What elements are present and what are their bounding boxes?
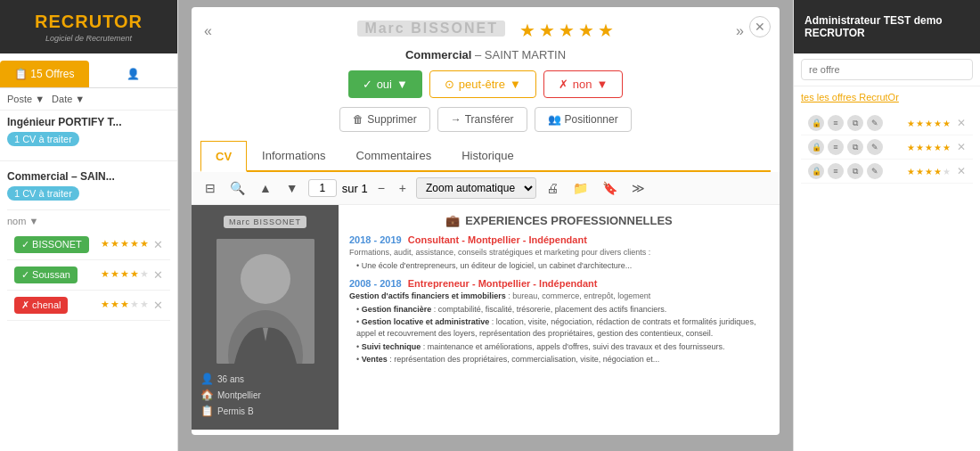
cv-exp-2-bullet-2: • Gestion locative et administrative : l… (356, 316, 769, 339)
page-number-input[interactable] (308, 179, 337, 197)
svg-point-1 (241, 254, 290, 304)
list-item: ✓ BISSONET ★★★★★ ✕ (7, 230, 170, 260)
candidate-section-1: Ingénieur PORTIFY T... 1 CV à traiter (0, 111, 177, 155)
badge-cv-2[interactable]: 1 CV à traiter (7, 186, 79, 201)
name-filter-label[interactable]: nom ▼ (7, 216, 170, 226)
modal-next-button[interactable]: » (736, 23, 744, 39)
transfer-icon: → (451, 113, 461, 126)
modal-close-button[interactable]: ✕ (749, 16, 771, 37)
logo-text: RECRUTOR (35, 12, 143, 32)
position-icon: 👥 (548, 113, 561, 126)
remove-chenal[interactable]: ✕ (153, 299, 163, 312)
lock-icon: 🔒 (808, 115, 824, 131)
cv-exp-1-bullet: • Une école d'entrepreneurs, un éditeur … (356, 260, 769, 272)
lock-icon: 🔒 (808, 163, 824, 179)
remove-offer-2[interactable]: ✕ (957, 141, 966, 153)
remove-offer-1[interactable]: ✕ (957, 117, 966, 129)
copy-icon: ⧉ (847, 139, 863, 155)
zoom-in-button[interactable]: + (395, 178, 411, 198)
cv-right-panel: 💼 EXPERIENCES PROFESSIONNELLES 2018 - 20… (339, 205, 780, 430)
list-icon: ≡ (828, 139, 844, 155)
edit-icon[interactable]: ✎ (867, 139, 883, 155)
non-button[interactable]: ✗ non ▼ (543, 70, 624, 98)
cv-exp-2-bullet-3: • Suivi technique : maintenance et améli… (356, 341, 769, 353)
section2-title: Commercial – SAIN... (7, 170, 170, 183)
zoom-select[interactable]: Zoom automatique 50% 75% 100% 125% 150% (416, 177, 536, 199)
filter-date[interactable]: Date ▼ (52, 94, 85, 104)
cv-exp-1: 2018 - 2019 Consultant - Montpellier - I… (349, 234, 769, 271)
edit-icon[interactable]: ✎ (867, 115, 883, 131)
transferer-button[interactable]: → Transférer (437, 107, 527, 132)
cv-toolbar: ⊟ 🔍 ▲ ▼ sur 1 − + Zoom automatique 50% 7… (192, 172, 780, 205)
offer-row: 🔒 ≡ ⧉ ✎ ★★★★★ ✕ (801, 160, 973, 184)
search-offer-input[interactable] (801, 59, 973, 80)
next-page-button[interactable]: ▼ (282, 178, 303, 198)
more-tools-button[interactable]: ≫ (627, 178, 649, 198)
toggle-sidebar-button[interactable]: ⊟ (200, 178, 220, 198)
tab-cv[interactable]: CV (200, 141, 247, 172)
right-header: Administrateur TEST demo RECRUTOR (794, 0, 980, 53)
tab-candidates[interactable]: 👤 (89, 61, 178, 87)
offer-stars-2: ★★★★★ (907, 143, 951, 152)
candidate-name-display: Marc BISSONET (357, 20, 505, 37)
all-offers-link[interactable]: tes les offres RecrutOr (794, 86, 980, 108)
offer-row: 🔒 ≡ ⧉ ✎ ★★★★★ ✕ (801, 111, 973, 135)
remove-offer-3[interactable]: ✕ (957, 165, 966, 177)
zoom-out-button[interactable]: − (373, 178, 389, 198)
cv-exp-2-year: 2008 - 2018 Entrepreneur - Montpellier -… (349, 278, 769, 289)
maybe-icon: ⊙ (445, 78, 454, 91)
logo-subtitle: Logiciel de Recrutement (35, 34, 143, 43)
remove-bissonet[interactable]: ✕ (153, 238, 163, 251)
tab-historique[interactable]: Historique (446, 141, 529, 170)
zoom-in-tool[interactable]: 🔍 (225, 178, 249, 198)
left-sidebar: RECRUTOR Logiciel de Recrutement 📋 15 Of… (0, 0, 178, 451)
candidate-section-2: Commercial – SAIN... 1 CV à traiter nom … (0, 167, 177, 324)
candidate-chenal[interactable]: ✗ chenal (14, 297, 68, 314)
offer-stars-3: ★★★★★ (907, 167, 951, 176)
cv-exp-1-year: 2018 - 2019 Consultant - Montpellier - I… (349, 234, 769, 245)
x-icon: ✗ (559, 78, 568, 91)
right-sidebar: Administrateur TEST demo RECRUTOR tes le… (793, 0, 980, 451)
edit-icon[interactable]: ✎ (867, 163, 883, 179)
lock-icon: 🔒 (808, 139, 824, 155)
supprimer-button[interactable]: 🗑 Supprimer (339, 107, 429, 132)
cv-permis: 📋 Permis B (200, 405, 330, 417)
download-button[interactable]: 📁 (568, 178, 592, 198)
modal-overlay: ✕ « Marc BISSONET ★ ★ ★ ★ ★ » Commercial… (178, 0, 793, 451)
bookmark-button[interactable]: 🔖 (598, 178, 622, 198)
right-offers-list: 🔒 ≡ ⧉ ✎ ★★★★★ ✕ 🔒 ≡ ⧉ ✎ ★★★★★ ✕ 🔒 ≡ ⧉ ✎ (794, 108, 980, 187)
positionner-button[interactable]: 👥 Positionner (535, 107, 632, 132)
cv-content: Marc BISSONET 👤 (192, 205, 780, 430)
trash-icon: 🗑 (353, 113, 363, 126)
check-icon: ✓ (363, 78, 372, 91)
candidate-bissonet[interactable]: ✓ BISSONET (14, 236, 89, 253)
cv-photo (216, 239, 314, 364)
tab-informations[interactable]: Informations (247, 141, 341, 170)
tab-offers[interactable]: 📋 15 Offres (0, 61, 89, 87)
cv-exp-2-bullet-1: • Gestion financière : comptabilité, fis… (356, 304, 769, 316)
modal-stars: ★ ★ ★ ★ ★ (519, 20, 614, 41)
list-icon: ≡ (828, 163, 844, 179)
candidate-title-1: Ingénieur PORTIFY T... (7, 116, 170, 128)
action-row: ✓ oui ▼ ⊙ peut-être ▼ ✗ non ▼ (192, 70, 780, 98)
prev-page-button[interactable]: ▲ (255, 178, 276, 198)
remove-soussan[interactable]: ✕ (153, 268, 163, 282)
cv-city: 🏠 Montpellier (200, 389, 330, 401)
page-total-label: sur 1 (342, 182, 368, 195)
candidate-modal: ✕ « Marc BISSONET ★ ★ ★ ★ ★ » Commercial… (192, 7, 780, 435)
candidate-soussan[interactable]: ✓ Soussan (14, 266, 78, 283)
modal-prev-button[interactable]: « (204, 23, 212, 39)
tab-commentaires[interactable]: Commentaires (341, 141, 447, 170)
list-icon: ≡ (828, 115, 844, 131)
oui-button[interactable]: ✓ oui ▼ (348, 70, 422, 98)
print-button[interactable]: 🖨 (542, 178, 563, 198)
cv-exp-2-main: Gestion d'actifs financiers et immobilie… (349, 291, 769, 302)
admin-name: Administrateur TEST demo RECRUTOR (804, 14, 969, 39)
peut-etre-button[interactable]: ⊙ peut-être ▼ (429, 70, 536, 98)
filter-poste[interactable]: Poste ▼ (7, 94, 45, 104)
modal-subtitle: Commercial – SAINT MARTIN (192, 48, 780, 62)
list-item: ✓ Soussan ★★★★★ ✕ (7, 260, 170, 291)
cv-exp-2-bullet-4: • Ventes : représentation des propriétai… (356, 354, 769, 365)
badge-cv-1[interactable]: 1 CV à traiter (7, 132, 79, 146)
right-search-area (794, 53, 980, 86)
